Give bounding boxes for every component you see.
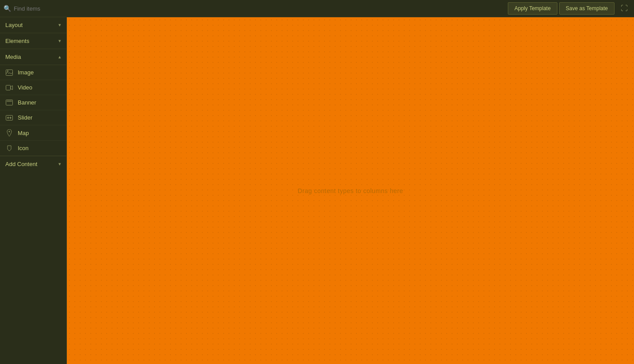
sidebar-item-video-label: Video bbox=[18, 84, 32, 91]
drop-hint: Drag content types to columns here bbox=[298, 187, 403, 194]
sidebar-item-map[interactable]: Map bbox=[0, 125, 66, 141]
apply-template-button[interactable]: Apply Template bbox=[508, 2, 557, 15]
svg-marker-7 bbox=[7, 116, 8, 119]
sidebar-section-layout-label: Layout bbox=[5, 22, 23, 28]
image-icon bbox=[5, 70, 13, 76]
sidebar-item-image-label: Image bbox=[18, 69, 34, 76]
add-content-label: Add Content bbox=[5, 161, 37, 167]
svg-point-9 bbox=[9, 131, 10, 132]
banner-icon bbox=[5, 100, 13, 105]
svg-rect-4 bbox=[7, 101, 12, 102]
sidebar-item-image[interactable]: Image bbox=[0, 65, 66, 80]
svg-marker-8 bbox=[10, 116, 12, 119]
search-icon: 🔍 bbox=[4, 5, 11, 12]
video-icon bbox=[5, 85, 13, 90]
sidebar-item-icon-label: Icon bbox=[18, 145, 29, 151]
chevron-down-icon: ▾ bbox=[58, 22, 61, 28]
sidebar-item-banner[interactable]: Banner bbox=[0, 95, 66, 110]
sidebar-item-map-label: Map bbox=[18, 130, 29, 136]
chevron-down-icon: ▾ bbox=[58, 161, 61, 167]
sidebar: Layout ▾ Elements ▾ Media ▴ Image bbox=[0, 17, 67, 364]
chevron-down-icon: ▾ bbox=[58, 38, 61, 44]
expand-button[interactable]: ⛶ bbox=[618, 3, 630, 14]
sidebar-section-elements[interactable]: Elements ▾ bbox=[0, 33, 66, 49]
sidebar-item-icon[interactable]: Icon bbox=[0, 141, 66, 156]
icon-icon bbox=[5, 145, 13, 151]
add-content-section[interactable]: Add Content ▾ bbox=[0, 156, 66, 172]
topbar: 🔍 Apply Template Save as Template ⛶ bbox=[0, 0, 634, 17]
sidebar-item-slider[interactable]: Slider bbox=[0, 110, 66, 125]
svg-rect-2 bbox=[6, 85, 11, 90]
topbar-right: Apply Template Save as Template ⛶ bbox=[508, 2, 630, 15]
sidebar-section-media-label: Media bbox=[5, 54, 21, 60]
sidebar-item-video[interactable]: Video bbox=[0, 80, 66, 95]
sidebar-section-layout[interactable]: Layout ▾ bbox=[0, 17, 66, 33]
expand-icon: ⛶ bbox=[621, 4, 628, 12]
canvas-area[interactable]: Drag content types to columns here bbox=[67, 17, 634, 364]
save-as-template-button[interactable]: Save as Template bbox=[559, 2, 615, 15]
map-icon bbox=[5, 129, 13, 136]
main-area: Layout ▾ Elements ▾ Media ▴ Image bbox=[0, 17, 634, 364]
chevron-up-icon: ▴ bbox=[58, 54, 61, 60]
svg-point-1 bbox=[7, 70, 8, 72]
slider-icon bbox=[5, 115, 13, 120]
sidebar-section-media[interactable]: Media ▴ bbox=[0, 49, 66, 65]
sidebar-item-slider-label: Slider bbox=[18, 114, 32, 121]
topbar-left: 🔍 bbox=[4, 5, 93, 12]
sidebar-item-banner-label: Banner bbox=[18, 99, 36, 106]
search-input[interactable] bbox=[14, 5, 93, 12]
sidebar-section-elements-label: Elements bbox=[5, 38, 29, 44]
